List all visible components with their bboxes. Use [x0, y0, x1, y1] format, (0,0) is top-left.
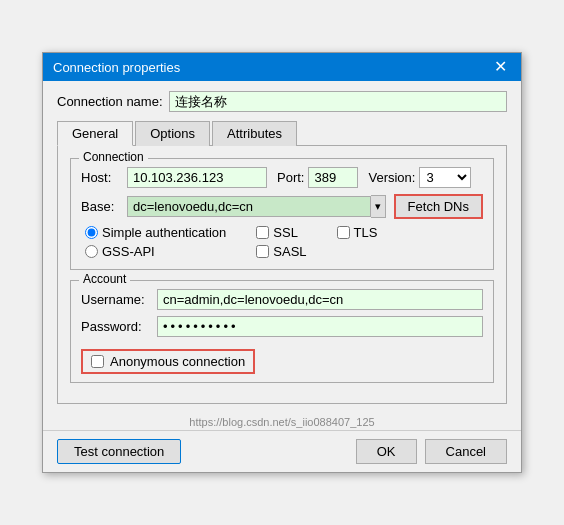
fetch-dns-button[interactable]: Fetch DNs [394, 194, 483, 219]
connection-properties-dialog: Connection properties ✕ Connection name:… [42, 52, 522, 473]
port-input[interactable] [308, 167, 358, 188]
test-connection-button[interactable]: Test connection [57, 439, 181, 464]
check-group: SSL SASL [256, 225, 306, 259]
watermark-row: https://blog.csdn.net/s_iio088407_125 [43, 414, 521, 430]
dialog-footer: Test connection OK Cancel [43, 430, 521, 472]
anonymous-checkbox[interactable] [91, 355, 104, 368]
connection-group-title: Connection [79, 150, 148, 164]
simple-auth-option[interactable]: Simple authentication [85, 225, 226, 240]
connection-name-row: Connection name: [57, 91, 507, 112]
tls-group: TLS [337, 225, 378, 259]
account-group: Account Username: Password: Anonymous co… [70, 280, 494, 383]
anon-row-wrapper: Anonymous connection [81, 343, 483, 374]
anonymous-label: Anonymous connection [110, 354, 245, 369]
password-row: Password: [81, 316, 483, 337]
tab-content-general: Connection Host: Port: Version: 3 2 1 [57, 146, 507, 404]
base-select-wrap: ▾ [127, 195, 386, 218]
gss-api-label: GSS-API [102, 244, 155, 259]
dialog-title: Connection properties [53, 60, 180, 75]
base-dropdown-button[interactable]: ▾ [371, 195, 386, 218]
simple-auth-label: Simple authentication [102, 225, 226, 240]
anonymous-connection-option[interactable]: Anonymous connection [81, 349, 255, 374]
tls-checkbox[interactable] [337, 226, 350, 239]
username-row: Username: [81, 289, 483, 310]
base-label: Base: [81, 199, 121, 214]
tls-option[interactable]: TLS [337, 225, 378, 240]
tab-attributes[interactable]: Attributes [212, 121, 297, 146]
host-label: Host: [81, 170, 121, 185]
simple-auth-radio[interactable] [85, 226, 98, 239]
connection-name-label: Connection name: [57, 94, 163, 109]
watermark: https://blog.csdn.net/s_iio088407_125 [57, 414, 507, 428]
host-input[interactable] [127, 167, 267, 188]
version-label: Version: [368, 170, 415, 185]
tls-label: TLS [354, 225, 378, 240]
account-group-title: Account [79, 272, 130, 286]
sasl-option[interactable]: SASL [256, 244, 306, 259]
tab-bar: General Options Attributes [57, 120, 507, 146]
radio-group: Simple authentication GSS-API [85, 225, 226, 259]
base-input[interactable] [127, 196, 371, 217]
port-label: Port: [277, 170, 304, 185]
version-select[interactable]: 3 2 1 [419, 167, 471, 188]
title-bar: Connection properties ✕ [43, 53, 521, 81]
ssl-checkbox[interactable] [256, 226, 269, 239]
base-row: Base: ▾ Fetch DNs [81, 194, 483, 219]
username-input[interactable] [157, 289, 483, 310]
gss-api-option[interactable]: GSS-API [85, 244, 226, 259]
username-label: Username: [81, 292, 151, 307]
ok-button[interactable]: OK [356, 439, 417, 464]
tab-general[interactable]: General [57, 121, 133, 146]
password-input[interactable] [157, 316, 483, 337]
cancel-button[interactable]: Cancel [425, 439, 507, 464]
host-row: Host: Port: Version: 3 2 1 [81, 167, 483, 188]
tab-options[interactable]: Options [135, 121, 210, 146]
connection-group: Connection Host: Port: Version: 3 2 1 [70, 158, 494, 270]
footer-right-buttons: OK Cancel [356, 439, 507, 464]
gss-api-radio[interactable] [85, 245, 98, 258]
dialog-body: Connection name: General Options Attribu… [43, 81, 521, 414]
connection-name-input[interactable] [169, 91, 507, 112]
ssl-option[interactable]: SSL [256, 225, 306, 240]
password-label: Password: [81, 319, 151, 334]
sasl-checkbox[interactable] [256, 245, 269, 258]
auth-options: Simple authentication GSS-API SSL [81, 225, 483, 259]
close-button[interactable]: ✕ [490, 59, 511, 75]
sasl-label: SASL [273, 244, 306, 259]
ssl-label: SSL [273, 225, 298, 240]
